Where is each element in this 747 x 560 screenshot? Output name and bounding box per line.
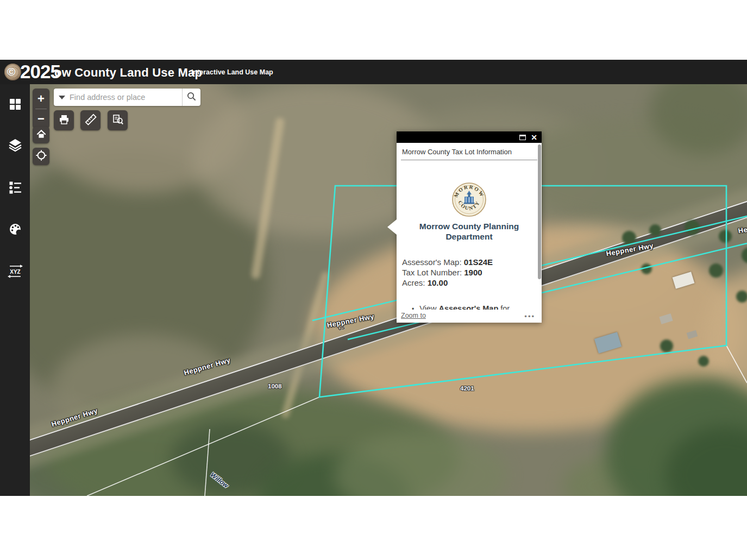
morrow-county-seal: MORROW COUNTY — [452, 183, 486, 217]
parcel-line — [726, 345, 747, 383]
legend-button[interactable] — [0, 175, 30, 199]
field-tax-lot-number: Tax Lot Number: 1900 — [402, 267, 542, 278]
home-extent-button[interactable] — [33, 127, 49, 143]
popup-scrollbar[interactable] — [538, 144, 541, 279]
popup-divider — [401, 160, 537, 160]
chevron-down-icon — [59, 96, 65, 99]
print-button[interactable] — [54, 110, 74, 130]
xyz-coordinates-icon: XYZ — [7, 264, 23, 279]
search-widget — [54, 89, 200, 106]
popup-fields: Assessor's Map: 01S24E Tax Lot Number: 1… — [402, 257, 542, 288]
field-acres: Acres: 10.00 — [402, 278, 542, 288]
measure-button[interactable] — [80, 110, 101, 130]
search-input[interactable] — [70, 89, 182, 106]
draw-button[interactable] — [0, 217, 30, 241]
attribute-search-button[interactable] — [108, 110, 128, 130]
layers-icon — [8, 138, 22, 152]
app-title: ow County Land Use Map — [54, 66, 202, 80]
zoom-in-button[interactable]: + — [33, 89, 49, 109]
legend-list-icon — [8, 180, 22, 194]
basemap-gallery-button[interactable] — [0, 92, 30, 116]
layers-button[interactable] — [0, 133, 30, 157]
document-search-icon — [112, 114, 124, 128]
popup-titlebar[interactable]: ✕ — [397, 131, 542, 143]
popup-title: Morrow County Tax Lot Information — [402, 148, 536, 156]
home-icon — [36, 129, 47, 142]
ruler-icon — [84, 113, 97, 128]
svg-text:XYZ: XYZ — [10, 268, 20, 274]
popup-footer: Zoom to ••• — [397, 310, 542, 323]
search-source-dropdown[interactable] — [54, 89, 70, 106]
search-icon — [186, 91, 197, 104]
parcel-boundaries-layer — [30, 84, 747, 496]
parcel-number-label: 4201 — [460, 385, 474, 392]
parcel-number-label: 1008 — [268, 383, 282, 389]
locate-crosshair-icon — [35, 149, 47, 163]
zoom-to-link[interactable]: Zoom to — [401, 312, 426, 319]
zoom-out-button[interactable]: − — [33, 109, 49, 129]
palette-icon — [8, 222, 22, 236]
zoom-widget: + − — [33, 89, 49, 129]
parcel-line — [87, 397, 319, 496]
popup-body: Morrow County Tax Lot Information MORROW… — [397, 143, 542, 323]
print-icon — [58, 114, 70, 128]
parcel-line — [205, 429, 210, 496]
left-sidebar: XYZ — [0, 84, 30, 496]
field-assessors-map: Assessor's Map: 01S24E — [402, 257, 542, 267]
coordinates-button[interactable]: XYZ — [0, 259, 30, 283]
more-options-ellipsis[interactable]: ••• — [524, 312, 535, 320]
popup-pointer — [387, 219, 397, 235]
tab-interactive-land-use-map: Interactive Land Use Map — [191, 68, 273, 76]
my-location-button[interactable] — [33, 148, 49, 165]
watermark-copyright-symbol: © — [7, 66, 15, 77]
app-header: © 2025 ow County Land Use Map Interactiv… — [0, 60, 747, 84]
popup-org-name: Morrow County Planning Department — [410, 222, 529, 242]
tax-lot-popup: ✕ Morrow County Tax Lot Information MORR… — [397, 131, 542, 323]
apps-grid-icon — [8, 97, 22, 111]
map-canvas[interactable]: Heppner Hwy Heppner Hwy Heppner Hwy Hepp… — [30, 84, 747, 496]
close-icon[interactable]: ✕ — [531, 134, 537, 141]
page: © 2025 ow County Land Use Map Interactiv… — [0, 0, 747, 560]
search-submit-button[interactable] — [182, 89, 200, 106]
maximize-icon[interactable] — [519, 135, 526, 140]
